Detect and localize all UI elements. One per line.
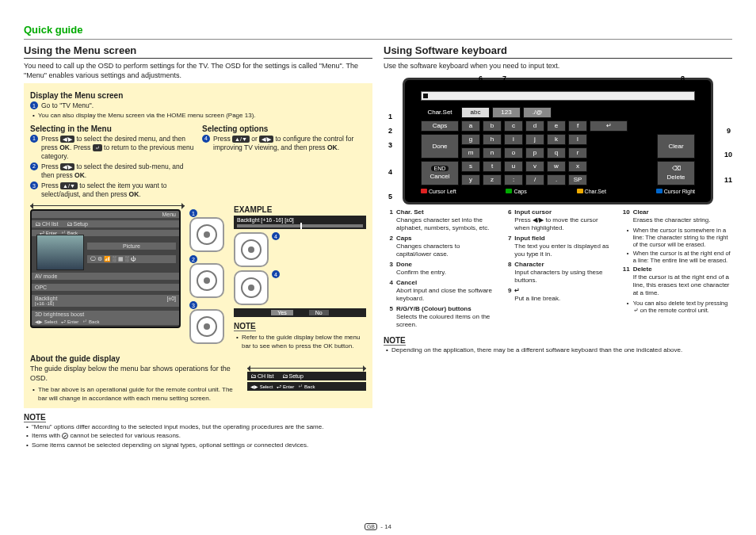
- yesno-example: YesNo: [234, 308, 366, 317]
- input-cursor-icon: [423, 94, 428, 98]
- kb-key[interactable]: c: [504, 120, 523, 132]
- kb-key[interactable]: w: [547, 161, 566, 172]
- heading-software-kb: Using Software keyboard: [384, 44, 732, 59]
- arrow-lr-icon: ◀/▶: [60, 136, 74, 143]
- def-col-1: 1Char. SetChanges character set into the…: [384, 208, 495, 331]
- kb-key[interactable]: g: [461, 134, 480, 145]
- mid-note: Refer to the guide display below the men…: [234, 334, 366, 350]
- step: 1Press ◀/▶ to select the desired menu, a…: [30, 135, 194, 161]
- kb-key[interactable]: /: [525, 174, 544, 185]
- kb-key[interactable]: n: [483, 147, 502, 159]
- note-item: Depending on the application, there may …: [384, 346, 732, 354]
- controlpad-icon: [189, 309, 224, 344]
- note-label: NOTE: [234, 322, 256, 331]
- intro-text: Use the software keyboard when you need …: [384, 62, 732, 71]
- kb-key[interactable]: i: [504, 134, 523, 145]
- kb-input-field[interactable]: [421, 91, 695, 101]
- yellow-panel: Display the Menu screen 1Go to "TV Menu"…: [24, 83, 372, 408]
- controlpad-icon: [189, 217, 224, 252]
- kb-key[interactable]: o: [504, 147, 523, 159]
- right-column: Using Software keyboard Use the software…: [384, 44, 732, 450]
- note-label: NOTE: [24, 413, 46, 422]
- tv-diagram: Menu 🗂 CH list🗂 Setup ⮐ Enter ⤶ Back Pic…: [30, 209, 181, 328]
- picture-preview: [36, 235, 84, 270]
- kb-key[interactable]: k: [547, 134, 566, 145]
- kb-caps[interactable]: Caps: [421, 120, 459, 132]
- intro-text: You need to call up the OSD to perform s…: [24, 62, 372, 80]
- about-text: The guide display below the menu bar sho…: [30, 365, 241, 383]
- step: 1Go to "TV Menu".: [30, 101, 366, 110]
- guide-bar-ex2: ◀▶ Select ⮐ Enter ⤶ Back: [247, 382, 366, 391]
- kb-charset-label: Char.Set: [421, 107, 459, 118]
- kb-key[interactable]: s: [461, 161, 480, 172]
- sub-selecting: Selecting in the Menu: [30, 124, 194, 133]
- bullet: The bar above is an operational guide fo…: [30, 386, 241, 403]
- kb-key[interactable]: f: [568, 120, 587, 132]
- left-column: Using the Menu screen You need to call u…: [24, 44, 372, 450]
- rule: [24, 39, 732, 40]
- kb-key[interactable]: e: [547, 120, 566, 132]
- kb-key[interactable]: m: [461, 147, 480, 159]
- step: 4Press ▲/▼ or ◀/▶ to configure the contr…: [202, 135, 366, 152]
- sub-bullet: When the cursor is somewhere in a line: …: [620, 227, 732, 249]
- example-label: EXAMPLE: [234, 205, 366, 214]
- about-heading: About the guide display: [30, 354, 366, 363]
- step: 3Press ▲/▼ to select the item you want t…: [30, 182, 194, 199]
- step: 2Press ◀/▶ to select the desired sub-men…: [30, 162, 194, 180]
- kb-key[interactable]: t: [483, 161, 502, 172]
- note-label: NOTE: [384, 336, 406, 346]
- step-num: 1: [30, 101, 38, 109]
- kb-tab-abc[interactable]: abc: [461, 107, 490, 118]
- sub-sel-options: Selecting options: [202, 124, 366, 133]
- kb-key[interactable]: x: [568, 161, 587, 172]
- kb-key[interactable]: l: [568, 134, 587, 145]
- kb-hints: Cursor Left Caps Char.Set Cursor Right: [421, 189, 695, 194]
- page-footer: GB - 14: [0, 523, 756, 530]
- kb-key[interactable]: u: [504, 161, 523, 172]
- kb-tab-sym[interactable]: ./@: [523, 107, 552, 118]
- controlpad-icon: [189, 263, 224, 298]
- kb-key[interactable]: a: [461, 120, 480, 132]
- arrow-lr-icon: ◀/▶: [60, 163, 74, 170]
- kb-key[interactable]: z: [483, 174, 502, 185]
- note-item: "Menu" options differ according to the s…: [24, 423, 372, 431]
- kb-key[interactable]: v: [525, 161, 544, 172]
- green-icon: [506, 189, 512, 193]
- arrow-ud-icon: ▲/▼: [232, 136, 250, 143]
- kb-delete[interactable]: ⌫Delete: [657, 161, 695, 185]
- kb-key[interactable]: .: [547, 174, 566, 185]
- arrow-ud-icon: ▲/▼: [60, 182, 78, 189]
- yellow-icon: [577, 189, 583, 193]
- kb-key[interactable]: r: [568, 147, 587, 159]
- kb-key[interactable]: b: [483, 120, 502, 132]
- kb-clear[interactable]: Clear: [657, 134, 695, 159]
- kb-enter[interactable]: ↵: [590, 120, 628, 132]
- sub-bullet: When the cursor is at the right end of a…: [620, 250, 732, 265]
- slider-example: Backlight [+16 -16] [±0]: [234, 216, 366, 229]
- section-title: Quick guide: [24, 24, 732, 36]
- backspace-icon: ⌫: [672, 165, 681, 172]
- heading-menu-screen: Using the Menu screen: [24, 44, 372, 59]
- sub-display: Display the Menu screen: [30, 91, 366, 100]
- return-icon: ⤶: [93, 144, 102, 151]
- guide-bar-ex: 🗂 CH list🗂 Setup: [247, 372, 366, 380]
- kb-key[interactable]: h: [483, 134, 502, 145]
- def-col-2: 6Input cursorPress ◀/▶ to move the curso…: [502, 208, 613, 331]
- kb-key[interactable]: y: [461, 174, 480, 185]
- red-icon: [421, 189, 427, 193]
- kb-key[interactable]: :: [504, 174, 523, 185]
- kb-done[interactable]: Done: [421, 134, 459, 159]
- end-icon: END: [431, 166, 449, 171]
- kb-cancel[interactable]: ENDCancel: [421, 161, 459, 185]
- kb-key[interactable]: j: [525, 134, 544, 145]
- kb-key[interactable]: p: [525, 147, 544, 159]
- keyboard-diagram: 6 7 8 1 2 3 4 5 9 10 11 Char.Set abc 123…: [384, 78, 732, 204]
- kb-key-space[interactable]: SP: [568, 174, 587, 185]
- kb-key[interactable]: d: [525, 120, 544, 132]
- def-col-3: 10ClearErases the character string. When…: [620, 208, 732, 331]
- kb-tab-123[interactable]: 123: [492, 107, 521, 118]
- blue-icon: [656, 189, 662, 193]
- arrow-lr-icon: ◀/▶: [259, 136, 273, 143]
- controlpad-icon: [234, 270, 269, 305]
- kb-key[interactable]: q: [547, 147, 566, 159]
